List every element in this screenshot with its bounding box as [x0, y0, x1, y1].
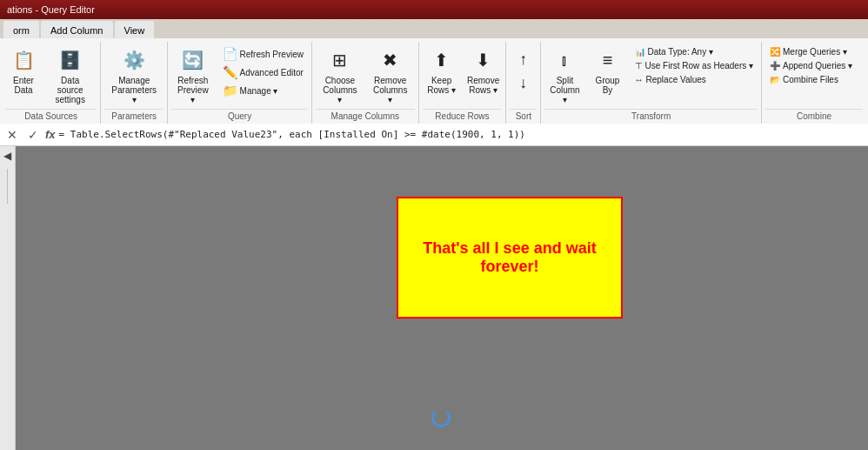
ribbon: 📋 EnterData 🗄️ Data sourcesettings Data …: [0, 38, 868, 124]
ribbon-group-manage-columns-label: Manage Columns: [316, 109, 415, 124]
ribbon-group-combine-label: Combine: [765, 109, 863, 124]
ribbon-group-transform: ⫾ SplitColumn ▾ ≡ GroupBy 📊 Data Type: A…: [541, 42, 762, 124]
combine-files-icon: 📂: [770, 75, 780, 84]
data-type-icon: 📊: [635, 47, 645, 57]
ribbon-group-manage-columns-buttons: ⊞ ChooseColumns ▾ ✖ RemoveColumns ▾: [316, 42, 415, 109]
loading-spinner: [431, 408, 452, 429]
merge-queries-icon: 🔀: [770, 47, 780, 57]
tab-transform[interactable]: orm: [3, 21, 39, 38]
group-by-icon: ≡: [594, 46, 622, 74]
choose-columns-icon: ⊞: [326, 46, 354, 74]
transform-small-buttons: 📊 Data Type: Any ▾ ⊤ Use First Row as He…: [631, 44, 758, 86]
ribbon-group-combine-buttons: 🔀 Merge Queries ▾ ➕ Append Queries ▾ 📂 C…: [765, 42, 863, 109]
split-column-button[interactable]: ⫾ SplitColumn ▾: [544, 44, 584, 107]
advanced-editor-icon: ✏️: [223, 65, 237, 79]
ribbon-group-reduce-rows: ⬆ KeepRows ▾ ⬇ RemoveRows ▾ Reduce Rows: [419, 42, 507, 124]
ribbon-group-query-label: Query: [171, 109, 308, 124]
choose-columns-button[interactable]: ⊞ ChooseColumns ▾: [316, 44, 364, 107]
properties-icon: 📄: [223, 47, 237, 61]
ribbon-group-sort-label: Sort: [510, 109, 537, 124]
sort-asc-button[interactable]: ↑: [515, 49, 531, 71]
title-text: ations - Query Editor: [7, 4, 95, 15]
properties-button[interactable]: 📄 Refresh Preview: [218, 45, 308, 63]
remove-rows-button[interactable]: ⬇ RemoveRows ▾: [463, 44, 504, 97]
data-source-settings-icon: 🗄️: [57, 46, 84, 74]
sort-desc-button[interactable]: ↓: [515, 72, 531, 94]
ribbon-group-combine: 🔀 Merge Queries ▾ ➕ Append Queries ▾ 📂 C…: [762, 42, 866, 124]
manage-parameters-icon: ⚙️: [120, 46, 148, 74]
group-by-button[interactable]: ≡ GroupBy: [589, 44, 627, 97]
formula-bar: ✕ ✓ fx: [0, 124, 868, 146]
ribbon-group-reduce-rows-label: Reduce Rows: [423, 109, 503, 124]
split-column-icon: ⫾: [551, 46, 578, 74]
keep-rows-button[interactable]: ⬆ KeepRows ▾: [423, 44, 461, 97]
formula-fx-label: fx: [45, 128, 56, 141]
use-first-row-icon: ⊤: [635, 61, 643, 71]
sort-desc-icon: ↓: [519, 74, 527, 92]
remove-columns-icon: ✖: [377, 46, 404, 74]
ribbon-group-transform-label: Transform: [544, 109, 758, 124]
merge-queries-button[interactable]: 🔀 Merge Queries ▾: [765, 45, 851, 58]
enter-data-icon: 📋: [10, 46, 37, 74]
ribbon-group-manage-columns: ⊞ ChooseColumns ▾ ✖ RemoveColumns ▾ Mana…: [312, 42, 419, 124]
advanced-editor-button[interactable]: ✏️ Advanced Editor: [218, 64, 308, 81]
append-queries-icon: ➕: [770, 61, 780, 71]
enter-data-button[interactable]: 📋 EnterData: [5, 44, 42, 97]
message-text: That's all I see and wait forever!: [407, 239, 612, 276]
main-area: ◀ That's all I see and wait forever!: [0, 146, 868, 450]
collapse-panel-button[interactable]: ◀: [3, 150, 11, 162]
manage-button[interactable]: 📁 Manage ▾: [218, 82, 308, 99]
ribbon-group-sort: ↑ ↓ Sort: [506, 42, 541, 124]
left-panel-divider: [7, 169, 8, 204]
title-bar: ations - Query Editor: [0, 0, 868, 19]
ribbon-group-data-sources-label: Data Sources: [5, 109, 97, 124]
data-source-settings-button[interactable]: 🗄️ Data sourcesettings: [43, 44, 97, 107]
formula-input[interactable]: [59, 129, 865, 140]
remove-columns-button[interactable]: ✖ RemoveColumns ▾: [366, 44, 415, 107]
keep-rows-icon: ⬆: [428, 46, 456, 74]
ribbon-group-parameters-label: Parameters: [104, 109, 164, 124]
ribbon-group-data-sources-buttons: 📋 EnterData 🗄️ Data sourcesettings: [5, 42, 97, 109]
append-queries-button[interactable]: ➕ Append Queries ▾: [765, 59, 857, 72]
formula-confirm-button[interactable]: ✓: [24, 126, 42, 144]
ribbon-tabs: orm Add Column View: [0, 19, 868, 38]
sort-asc-icon: ↑: [519, 50, 527, 69]
spinner-ring: [431, 408, 451, 427]
remove-rows-icon: ⬇: [470, 46, 497, 74]
left-panel: ◀: [0, 146, 16, 450]
query-small-buttons: 📄 Refresh Preview ✏️ Advanced Editor 📁 M…: [218, 44, 308, 99]
content-area: That's all I see and wait forever!: [16, 146, 868, 450]
ribbon-group-parameters-buttons: ⚙️ ManageParameters ▾: [104, 42, 164, 109]
ribbon-group-sort-buttons: ↑ ↓: [510, 42, 537, 109]
ribbon-group-parameters: ⚙️ ManageParameters ▾ Parameters: [101, 42, 168, 124]
manage-icon: 📁: [223, 84, 237, 97]
replace-values-icon: ↔: [635, 75, 644, 84]
ribbon-group-data-sources: 📋 EnterData 🗄️ Data sourcesettings Data …: [2, 42, 101, 124]
ribbon-group-query: 🔄 RefreshPreview ▾ 📄 Refresh Preview ✏️ …: [168, 42, 312, 124]
ribbon-group-transform-buttons: ⫾ SplitColumn ▾ ≡ GroupBy 📊 Data Type: A…: [544, 42, 758, 109]
data-type-button[interactable]: 📊 Data Type: Any ▾: [631, 45, 758, 58]
formula-cancel-button[interactable]: ✕: [3, 126, 21, 144]
refresh-preview-icon: 🔄: [179, 46, 207, 74]
manage-parameters-button[interactable]: ⚙️ ManageParameters ▾: [104, 44, 164, 107]
tab-add-column[interactable]: Add Column: [41, 21, 113, 38]
tab-view[interactable]: View: [115, 21, 155, 38]
ribbon-group-query-buttons: 🔄 RefreshPreview ▾ 📄 Refresh Preview ✏️ …: [171, 42, 308, 109]
use-first-row-button[interactable]: ⊤ Use First Row as Headers ▾: [631, 59, 758, 72]
replace-values-button[interactable]: ↔ Replace Values: [631, 73, 758, 86]
ribbon-group-reduce-rows-buttons: ⬆ KeepRows ▾ ⬇ RemoveRows ▾: [423, 42, 503, 109]
message-box: That's all I see and wait forever!: [397, 197, 623, 319]
combine-files-button[interactable]: 📂 Combine Files: [765, 73, 843, 86]
refresh-preview-button[interactable]: 🔄 RefreshPreview ▾: [171, 44, 214, 107]
